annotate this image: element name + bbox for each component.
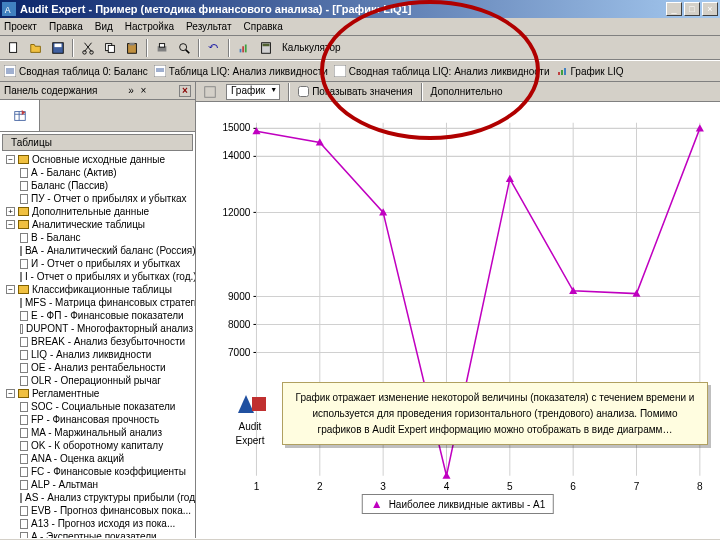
- preview-button[interactable]: [174, 38, 194, 58]
- tree-item[interactable]: SOC - Социальные показатели: [2, 400, 193, 413]
- show-values-checkbox[interactable]: Показывать значения: [298, 86, 412, 97]
- tree-item[interactable]: EVB - Прогноз финансовых пока...: [2, 504, 193, 517]
- svg-rect-30: [564, 68, 566, 75]
- svg-rect-34: [205, 86, 216, 97]
- svg-text:A: A: [5, 5, 11, 15]
- new-button[interactable]: [4, 38, 24, 58]
- close-button[interactable]: ×: [702, 2, 718, 16]
- tree-item[interactable]: OE - Анализ рентабельности: [2, 361, 193, 374]
- copy-button[interactable]: [100, 38, 120, 58]
- tab-balance[interactable]: Сводная таблица 0: Баланс: [4, 65, 148, 77]
- tree-item[interactable]: ПУ - Отчет о прибылях и убытках: [2, 192, 193, 205]
- svg-marker-73: [506, 175, 514, 182]
- audit-expert-logo: Audit Expert: [225, 389, 275, 429]
- svg-text:15000: 15000: [222, 122, 250, 133]
- print-button[interactable]: [152, 38, 172, 58]
- tree-item[interactable]: LIQ - Анализ ликвидности: [2, 348, 193, 361]
- tree-item[interactable]: В - Баланс: [2, 231, 193, 244]
- help-callout: Audit Expert График отражает изменение н…: [282, 382, 708, 445]
- tree-item[interactable]: И - Отчет о прибылях и убытках: [2, 257, 193, 270]
- svg-text:12000: 12000: [222, 206, 250, 217]
- tree-item[interactable]: A - Экспертные показатели: [2, 530, 193, 538]
- tree-item[interactable]: A13 - Прогноз исходя из пока...: [2, 517, 193, 530]
- window-title: Audit Expert - Пример (методика финансов…: [20, 3, 666, 15]
- tab-liq-chart[interactable]: График LIQ: [556, 65, 624, 77]
- open-button[interactable]: [26, 38, 46, 58]
- svg-text:8000: 8000: [228, 318, 251, 329]
- menu-help[interactable]: Справка: [244, 21, 283, 32]
- svg-text:7: 7: [634, 481, 640, 492]
- tree-item[interactable]: OK - К оборотному капиталу: [2, 439, 193, 452]
- menu-settings[interactable]: Настройка: [125, 21, 174, 32]
- svg-text:9000: 9000: [228, 290, 251, 301]
- menu-project[interactable]: Проект: [4, 21, 37, 32]
- svg-text:8: 8: [697, 481, 703, 492]
- tree-item[interactable]: FP - Финансовая прочность: [2, 413, 193, 426]
- tree-item[interactable]: OLR - Операционный рычаг: [2, 374, 193, 387]
- chart-toolbar: График Показывать значения Дополнительно: [196, 82, 720, 102]
- menubar: Проект Правка Вид Настройка Результат Сп…: [0, 18, 720, 36]
- tree-item[interactable]: DUPONT - Многофакторный анализ: [2, 322, 193, 335]
- app-icon: A: [2, 2, 16, 16]
- svg-point-13: [180, 43, 187, 50]
- save-button[interactable]: [48, 38, 68, 58]
- svg-text:6: 6: [570, 481, 576, 492]
- side-panel-close[interactable]: ×: [179, 85, 191, 97]
- chart-area: График Показывать значения Дополнительно…: [196, 82, 720, 538]
- chart-legend: ▲Наиболее ликвидные активы - А1: [362, 494, 554, 514]
- svg-text:14000: 14000: [222, 150, 250, 161]
- menu-edit[interactable]: Правка: [49, 21, 83, 32]
- tree-item[interactable]: AS - Анализ структуры прибыли (год.): [2, 491, 193, 504]
- svg-rect-10: [129, 42, 134, 45]
- chart-type-dropdown[interactable]: График: [226, 84, 280, 100]
- tree-item[interactable]: А - Баланс (Актив): [2, 166, 193, 179]
- chart-tool-1[interactable]: [200, 82, 220, 102]
- tree-item[interactable]: Е - ФП - Финансовые показатели: [2, 309, 193, 322]
- tree-group[interactable]: −Основные исходные данные: [2, 153, 193, 166]
- svg-marker-77: [238, 395, 254, 413]
- tree-item[interactable]: MA - Маржинальный анализ: [2, 426, 193, 439]
- side-panel-title: Панель содержания: [4, 85, 98, 96]
- tree-group[interactable]: +Дополнительные данные: [2, 205, 193, 218]
- minimize-button[interactable]: _: [666, 2, 682, 16]
- side-tab-tables[interactable]: [0, 100, 40, 131]
- tree-item[interactable]: FC - Финансовые коэффициенты: [2, 465, 193, 478]
- svg-line-14: [186, 49, 190, 53]
- tree-item[interactable]: ALP - Альтман: [2, 478, 193, 491]
- tree-group[interactable]: −Аналитические таблицы: [2, 218, 193, 231]
- svg-rect-78: [252, 397, 266, 411]
- tree-item[interactable]: I - Отчет о прибылях и убытках (год.): [2, 270, 193, 283]
- tree-item[interactable]: Баланс (Пассив): [2, 179, 193, 192]
- svg-rect-8: [108, 45, 114, 52]
- svg-rect-2: [10, 42, 17, 52]
- paste-button[interactable]: [122, 38, 142, 58]
- tree-item[interactable]: ANA - Оценка акций: [2, 452, 193, 465]
- undo-button[interactable]: [204, 38, 224, 58]
- tree-group[interactable]: −Классификационные таблицы: [2, 283, 193, 296]
- svg-text:2: 2: [317, 481, 323, 492]
- document-tabs: Сводная таблица 0: Баланс Таблица LIQ: А…: [0, 60, 720, 82]
- tab-liq-table[interactable]: Таблица LIQ: Анализ ликвидности: [154, 65, 328, 77]
- side-panel: Панель содержания » × × Таблицы −Основны…: [0, 82, 196, 538]
- svg-rect-27: [334, 65, 346, 77]
- svg-rect-29: [561, 70, 563, 75]
- tree-item[interactable]: MFS - Матрица финансовых стратегий: [2, 296, 193, 309]
- svg-rect-12: [159, 43, 164, 47]
- maximize-button[interactable]: □: [684, 2, 700, 16]
- tree-group[interactable]: −Регламентные: [2, 387, 193, 400]
- svg-rect-28: [558, 72, 560, 75]
- tree-item[interactable]: BREAK - Анализ безубыточности: [2, 335, 193, 348]
- svg-rect-19: [263, 43, 270, 46]
- menu-view[interactable]: Вид: [95, 21, 113, 32]
- tree-item[interactable]: ВА - Аналитический баланс (Россия): [2, 244, 193, 257]
- cut-button[interactable]: [78, 38, 98, 58]
- additional-label[interactable]: Дополнительно: [431, 86, 503, 97]
- svg-rect-15: [240, 48, 242, 52]
- calculator-icon[interactable]: [256, 38, 276, 58]
- tab-liq-summary[interactable]: Сводная таблица LIQ: Анализ ликвидности: [334, 65, 550, 77]
- menu-result[interactable]: Результат: [186, 21, 231, 32]
- chart-plot[interactable]: 70008000900012000140001500012345678 ▲Наи…: [196, 102, 720, 538]
- chart-button[interactable]: [234, 38, 254, 58]
- main-toolbar: Калькулятор: [0, 36, 720, 60]
- tree-view[interactable]: Таблицы −Основные исходные данныеА - Бал…: [0, 132, 195, 538]
